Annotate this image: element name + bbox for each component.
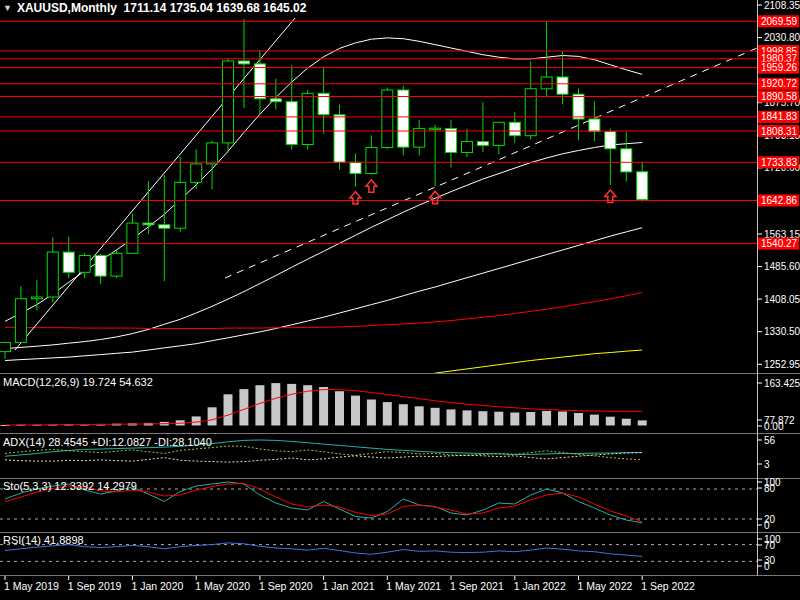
candle-body-bull — [302, 93, 313, 144]
candle-body-bull — [15, 299, 26, 343]
candle-body-bear — [605, 132, 616, 149]
candle — [302, 90, 313, 150]
up-arrow-marker — [430, 191, 441, 204]
candle-body-bull — [525, 89, 536, 136]
candle — [15, 286, 26, 342]
candle-body-bear — [589, 119, 600, 132]
macd-histogram-bar — [526, 412, 535, 426]
candle-body-bear — [557, 77, 568, 94]
ma-curve-white-mid — [5, 143, 642, 349]
candle-body-bull — [47, 252, 58, 297]
time-tick-label: 1 May 2022 — [578, 580, 633, 592]
macd-histogram-bar — [606, 417, 615, 426]
candle — [223, 59, 234, 153]
candle — [637, 162, 648, 202]
candle-body-bull — [541, 77, 552, 89]
macd-histogram-bar — [271, 383, 280, 425]
price-tick-label: 1252.95 — [764, 359, 800, 370]
rsi-scale-tick-label: 0 — [764, 561, 770, 572]
candle — [525, 61, 536, 139]
candle — [63, 237, 74, 279]
macd-histogram-bar — [590, 415, 599, 426]
adx-scale-tick-label: 3 — [764, 459, 770, 470]
candle-body-bull — [430, 128, 441, 130]
candle — [334, 105, 345, 170]
candle-body-bear — [637, 172, 648, 200]
macd-histogram-bar — [447, 409, 456, 425]
candle — [0, 342, 11, 359]
stochastic-indicator-label: Sto(5,3,3) 12.3392 14.2979 — [3, 480, 137, 492]
candle-body-bull — [127, 223, 138, 253]
chart-symbol-timeframe: XAUUSD,Monthly — [17, 1, 117, 15]
macd-histogram-bar — [542, 411, 551, 426]
candle-body-bear — [143, 223, 154, 225]
ma-curve-white-slow — [5, 228, 642, 361]
candle — [47, 237, 58, 302]
time-tick-label: 1 May 2019 — [4, 580, 59, 592]
sto-scale-tick-label: 0 — [764, 520, 770, 531]
candle-body-bull — [191, 164, 202, 183]
ma-curve-yellow — [435, 350, 642, 373]
candle — [143, 181, 154, 234]
chart-dropdown-icon[interactable]: ▼ — [3, 3, 12, 13]
macd-histogram-bar — [255, 385, 264, 425]
candle-body-bear — [254, 64, 265, 99]
macd-histogram-bar — [478, 411, 487, 425]
adx-scale-tick-label: 56 — [764, 435, 776, 446]
time-tick-label: 1 Sep 2019 — [68, 580, 122, 592]
candle-body-bear — [63, 252, 74, 272]
macd-histogram-bar — [239, 389, 248, 425]
macd-histogram-bar — [431, 408, 440, 426]
macd-histogram-bar — [383, 402, 392, 425]
price-level-tag-label: 1808.31 — [761, 126, 798, 137]
candle — [111, 250, 122, 278]
price-level-tag-label: 1890.58 — [761, 91, 798, 102]
candle-body-bear — [509, 122, 520, 135]
macd-histogram-bar — [463, 410, 472, 425]
chart-title-bar: ▼XAUUSD,Monthly 1711.14 1735.04 1639.68 … — [3, 1, 306, 15]
candle — [414, 120, 425, 155]
price-level-tag-label: 1642.86 — [761, 195, 798, 206]
candle — [605, 129, 616, 185]
candle — [430, 125, 441, 186]
macd-histogram-bar — [335, 391, 344, 425]
candle-body-bear — [398, 90, 409, 147]
time-tick-label: 1 Sep 2022 — [641, 580, 695, 592]
macd-histogram-bar — [558, 412, 567, 426]
macd-histogram-bar — [638, 420, 647, 425]
price-level-tag-label: 1540.27 — [761, 238, 798, 249]
price-tick-label: 1408.05 — [764, 294, 800, 305]
candle — [95, 254, 106, 284]
price-level-tag-label: 1920.72 — [761, 78, 798, 89]
candle — [127, 214, 138, 254]
candle-body-bear — [334, 115, 345, 163]
adx-indicator-label: ADX(14) 28.4545 +DI:12.0827 -DI:28.1040 — [3, 436, 212, 448]
candle-body-bear — [159, 225, 170, 228]
candle — [191, 149, 202, 189]
price-level-tag-label: 1841.83 — [761, 111, 798, 122]
candle-body-bear — [573, 94, 584, 119]
up-arrow-marker — [366, 180, 377, 193]
time-tick-label: 1 Jan 2021 — [323, 580, 375, 592]
macd-histogram-bar — [574, 413, 583, 426]
rsi-scale-tick-label: 70 — [764, 540, 776, 551]
candle — [446, 120, 457, 168]
macd-histogram-bar — [192, 416, 201, 425]
macd-histogram-bar — [319, 387, 328, 426]
candle — [462, 129, 473, 157]
price-level-tag: 1959.26 — [758, 62, 799, 74]
candle-body-bull — [111, 253, 122, 276]
price-chart-canvas[interactable]: 2108.352030.801875.701798.151720.601563.… — [0, 0, 800, 600]
time-tick-label: 1 Jan 2020 — [131, 580, 183, 592]
macd-histogram-bar — [494, 412, 503, 426]
candle — [31, 280, 42, 310]
rsi-indicator-label: RSI(14) 41.8898 — [3, 534, 84, 546]
candle — [589, 101, 600, 141]
candle — [621, 132, 632, 182]
candle-body-bull — [207, 143, 218, 164]
candle-body-bear — [446, 129, 457, 153]
candle-body-bull — [493, 122, 504, 145]
price-level-tag: 1733.83 — [758, 156, 799, 168]
candle-body-bull — [31, 297, 42, 299]
time-tick-label: 1 May 2020 — [195, 580, 250, 592]
